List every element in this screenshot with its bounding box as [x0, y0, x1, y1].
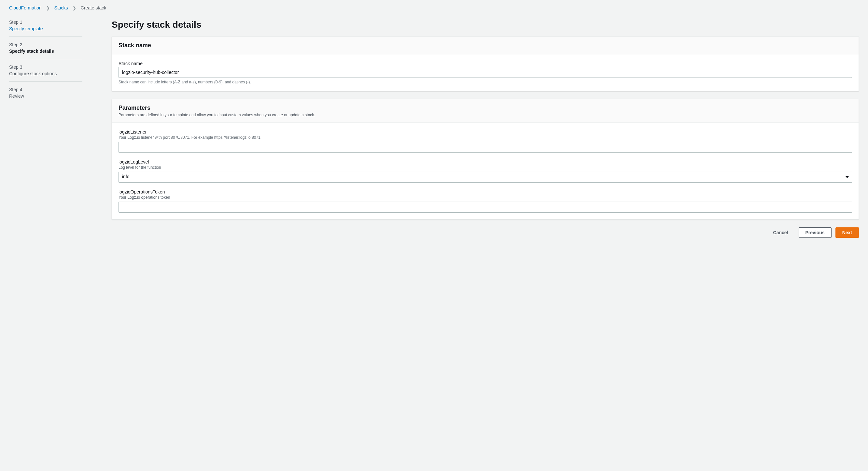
page-title: Specify stack details [112, 20, 859, 30]
chevron-right-icon: ❯ [46, 5, 50, 10]
param-logzioLogLevel-desc: Log level for the function [119, 165, 852, 170]
stack-name-label: Stack name [119, 61, 852, 66]
param-logzioListener-input[interactable] [119, 142, 852, 153]
parameters-panel: Parameters Parameters are defined in you… [112, 99, 859, 219]
step-1[interactable]: Step 1 Specify template [9, 20, 82, 37]
stack-name-hint: Stack name can include letters (A-Z and … [119, 80, 852, 84]
step-label: Review [9, 93, 82, 99]
next-button[interactable]: Next [835, 227, 859, 238]
param-logzioOperationsToken-desc: Your Logz.io operations token [119, 195, 852, 200]
step-3: Step 3 Configure stack options [9, 64, 82, 82]
step-number: Step 1 [9, 20, 82, 25]
breadcrumb-cloudformation[interactable]: CloudFormation [9, 5, 42, 10]
param-logzioListener-desc: Your Logz.io listener with port 8070/807… [119, 135, 852, 140]
param-logzioOperationsToken-input[interactable] [119, 202, 852, 213]
breadcrumb: CloudFormation ❯ Stacks ❯ Create stack [9, 5, 859, 10]
parameters-heading: Parameters [119, 105, 852, 111]
step-2: Step 2 Specify stack details [9, 42, 82, 59]
parameters-desc: Parameters are defined in your template … [119, 113, 852, 117]
step-4: Step 4 Review [9, 87, 82, 104]
param-logzioListener-label: logzioListener [119, 129, 852, 135]
breadcrumb-stacks[interactable]: Stacks [54, 5, 68, 10]
param-logzioLogLevel-label: logzioLogLevel [119, 159, 852, 165]
chevron-right-icon: ❯ [72, 5, 76, 10]
step-label: Specify stack details [9, 49, 82, 54]
cancel-button[interactable]: Cancel [767, 227, 795, 238]
param-logzioLogLevel-select[interactable]: info [119, 172, 852, 183]
step-label: Specify template [9, 26, 82, 31]
breadcrumb-current: Create stack [81, 5, 106, 10]
wizard-steps: Step 1 Specify template Step 2 Specify s… [9, 20, 82, 238]
step-number: Step 3 [9, 64, 82, 70]
stack-name-heading: Stack name [119, 42, 852, 49]
stack-name-panel: Stack name Stack name Stack name can inc… [112, 36, 859, 91]
step-label: Configure stack options [9, 71, 82, 76]
param-logzioOperationsToken-label: logzioOperationsToken [119, 189, 852, 195]
step-number: Step 4 [9, 87, 82, 92]
stack-name-input[interactable] [119, 67, 852, 78]
step-number: Step 2 [9, 42, 82, 47]
wizard-actions: Cancel Previous Next [112, 227, 859, 238]
previous-button[interactable]: Previous [799, 227, 832, 238]
